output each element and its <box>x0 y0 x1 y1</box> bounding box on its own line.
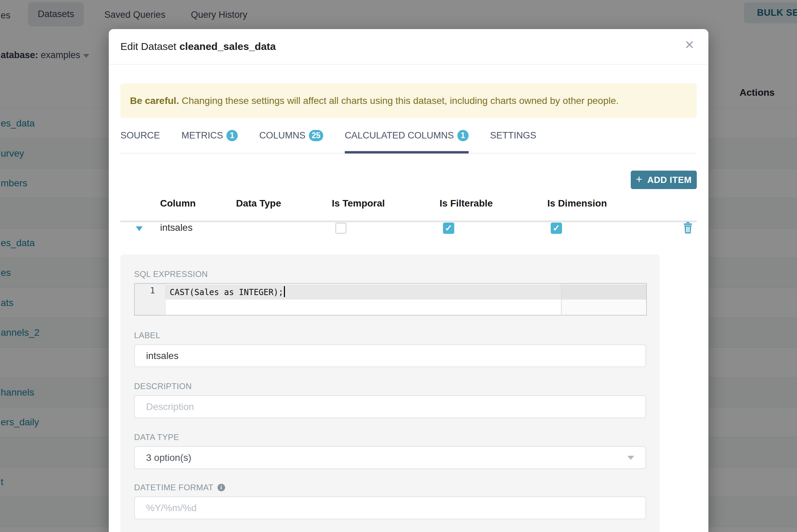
warning-banner: Be careful. Changing these settings will… <box>120 83 697 118</box>
label-input[interactable] <box>134 344 646 367</box>
tab-label: METRICS <box>182 130 223 141</box>
tab-label: SETTINGS <box>490 130 536 141</box>
description-field-label: DESCRIPTION <box>134 382 646 391</box>
calculated-columns-table: Column Data Type Is Temporal Is Filterab… <box>120 198 697 239</box>
editor-gutter: 1 <box>135 284 166 315</box>
sql-code[interactable]: CAST(Sales as INTEGER); <box>170 286 285 297</box>
modal-header: Edit Dataset cleaned_sales_data <box>109 29 708 65</box>
tab-badge: 1 <box>226 130 238 141</box>
modal-body: Be careful. Changing these settings will… <box>109 83 708 532</box>
datetime-format-field-label: DATETIME FORMAT i <box>134 483 646 492</box>
data-type-value: 3 option(s) <box>146 452 191 463</box>
modal-title-dataset-name: cleaned_sales_data <box>179 41 276 52</box>
header-is-temporal: Is Temporal <box>332 198 385 209</box>
screen: es Datasets Saved Queries Query History … <box>0 0 797 532</box>
editor-print-margin-line <box>561 284 562 315</box>
add-item-label: ADD ITEM <box>647 175 692 185</box>
header-is-dimension: Is Dimension <box>547 198 607 209</box>
editor-print-margin-area <box>562 284 646 315</box>
sql-expression-label: SQL EXPRESSION <box>134 269 646 279</box>
tab-label: COLUMNS <box>259 130 305 141</box>
add-item-button[interactable]: + ADD ITEM <box>631 171 697 189</box>
tab-label: CALCULATED COLUMNS <box>345 130 454 141</box>
sql-code-text: CAST(Sales as INTEGER); <box>170 288 283 297</box>
datetime-format-input[interactable] <box>134 496 646 519</box>
warning-bold-text: Be careful. <box>130 95 179 106</box>
tab-columns[interactable]: COLUMNS 25 <box>259 129 323 153</box>
header-column: Column <box>160 198 196 209</box>
tab-badge: 1 <box>457 130 469 141</box>
header-data-type: Data Type <box>236 198 281 209</box>
data-type-select[interactable]: 3 option(s) <box>134 446 646 469</box>
header-divider <box>120 221 697 222</box>
is-temporal-checkbox[interactable] <box>335 223 347 234</box>
close-icon[interactable]: × <box>685 37 694 52</box>
tab-label: SOURCE <box>120 130 160 141</box>
expand-caret-icon[interactable] <box>136 226 143 231</box>
tab-metrics[interactable]: METRICS 1 <box>182 129 238 153</box>
modal-tabs: SOURCE METRICS 1 COLUMNS 25 CALCULATED C… <box>120 129 697 154</box>
edit-dataset-modal: Edit Dataset cleaned_sales_data × Be car… <box>109 29 708 532</box>
is-filterable-checkbox[interactable] <box>443 223 454 234</box>
warning-text: Changing these settings will affect all … <box>182 95 618 106</box>
column-name: intsales <box>160 222 193 233</box>
line-number: 1 <box>150 286 155 295</box>
add-item-row: + ADD ITEM <box>120 171 697 189</box>
text-cursor <box>284 286 285 297</box>
tab-badge: 25 <box>309 130 323 141</box>
sql-editor[interactable]: 1 CAST(Sales as INTEGER); <box>134 283 647 316</box>
plus-icon: + <box>636 173 642 186</box>
modal-title: Edit Dataset <box>120 41 176 52</box>
delete-icon[interactable] <box>683 222 693 235</box>
tab-calculated-columns[interactable]: CALCULATED COLUMNS 1 <box>345 129 469 153</box>
header-is-filterable: Is Filterable <box>440 198 493 209</box>
chevron-down-icon <box>627 456 634 460</box>
info-icon[interactable]: i <box>218 484 225 491</box>
data-type-field-label: DATA TYPE <box>134 433 646 442</box>
label-field-label: LABEL <box>134 331 646 340</box>
tab-settings[interactable]: SETTINGS <box>490 129 536 153</box>
calculated-column-detail-panel: SQL EXPRESSION 1 CAST(Sales as INTEGER);… <box>120 254 660 532</box>
datetime-format-label-text: DATETIME FORMAT <box>134 483 213 492</box>
is-dimension-checkbox[interactable] <box>551 223 562 234</box>
tab-source[interactable]: SOURCE <box>120 129 160 153</box>
description-input[interactable] <box>134 395 646 418</box>
